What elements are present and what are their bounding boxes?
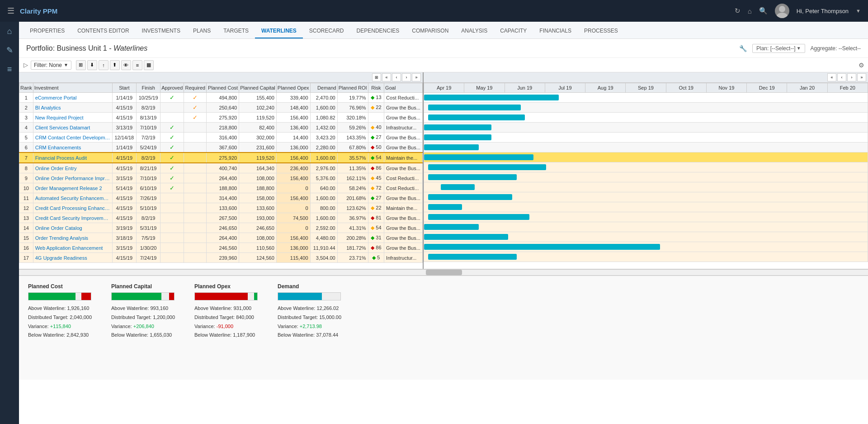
cell-name[interactable]: BI Analytics	[33, 103, 112, 113]
tab-dependencies[interactable]: DEPENDENCIES	[350, 24, 406, 38]
table-row[interactable]: 4 Client Services Datamart 3/13/19 7/10/…	[19, 123, 423, 133]
table-row[interactable]: 7 Financial Process Audit 4/15/19 8/2/19…	[19, 152, 423, 163]
gantt-bar-cell	[424, 113, 868, 123]
table-row[interactable]: 8 Online Order Entry 4/15/19 8/21/19 ✓ 4…	[19, 163, 423, 173]
table-row[interactable]: 17 4G Upgrade Readiness 4/15/19 7/24/19 …	[19, 253, 423, 263]
sidebar-icon-pencil[interactable]: ✎	[0, 41, 19, 60]
cell-name[interactable]: Online Order Catalog	[33, 223, 112, 233]
cell-name[interactable]: CRM Enhancements	[33, 143, 112, 153]
tab-financials[interactable]: FINANCIALS	[533, 24, 578, 38]
cell-goal: Infrastructur...	[384, 253, 423, 263]
cell-start: 4/15/19	[112, 213, 136, 223]
sidebar-icon-list[interactable]: ≡	[0, 60, 19, 79]
cell-name[interactable]: eCommerce Portal	[33, 93, 112, 103]
tab-processes[interactable]: PROCESSES	[578, 24, 624, 38]
cell-planned-capital: 188,800	[239, 183, 277, 193]
tab-properties[interactable]: PROPERTIES	[24, 24, 71, 38]
expand-icon[interactable]: ▷	[24, 62, 28, 68]
cell-name[interactable]: Online Order Performance Improve...	[33, 173, 112, 183]
cell-rank: 9	[19, 173, 33, 183]
table-row[interactable]: 5 CRM Contact Center Development 12/14/1…	[19, 133, 423, 143]
gantt-nav-next-next[interactable]: »	[857, 73, 866, 81]
cell-name[interactable]: Financial Process Audit	[33, 152, 112, 163]
table-row[interactable]: 1 eCommerce Portal 1/14/19 10/25/19 ✓ ✓ …	[19, 93, 423, 103]
search-icon[interactable]: 🔍	[759, 7, 768, 15]
toolbar-btn-3[interactable]: ↑	[99, 60, 108, 70]
toolbar-btn-4[interactable]: ⬆	[110, 60, 120, 70]
plan-select[interactable]: Plan: [--Select--] ▼	[752, 44, 805, 53]
refresh-icon[interactable]: ↻	[735, 7, 741, 15]
gantt-nav-prev-prev[interactable]: «	[827, 73, 836, 81]
table-row[interactable]: 12 Credit Card Processing Enhancement 4/…	[19, 203, 423, 213]
cell-name[interactable]: Automated Security Enhancements	[33, 193, 112, 203]
gantt-month-header: Apr 19	[424, 83, 464, 93]
cell-goal: Cost Reducti...	[384, 183, 423, 193]
cell-name[interactable]: Order Management Release 2	[33, 183, 112, 193]
cell-name[interactable]: Client Services Datamart	[33, 123, 112, 133]
cell-risk: ◆ 72	[368, 183, 384, 193]
table-row[interactable]: 6 CRM Enhancements 1/14/19 5/24/19 ✓ 367…	[19, 143, 423, 153]
gantt-row	[424, 212, 868, 222]
tab-contents-editor[interactable]: CONTENTS EDITOR	[71, 24, 135, 38]
cell-name[interactable]: Credit Card Processing Enhancement	[33, 203, 112, 213]
cell-name[interactable]: CRM Contact Center Development	[33, 133, 112, 143]
table-row[interactable]: 3 New Required Project 4/15/19 8/13/19 ✓…	[19, 113, 423, 123]
tab-investments[interactable]: INVESTMENTS	[136, 24, 187, 38]
cell-approved	[160, 203, 184, 213]
summary-planned-capital-title: Planned Capital	[111, 283, 184, 290]
toolbar-btn-6[interactable]: ≡	[132, 60, 142, 70]
cell-planned-opex: 0	[276, 223, 310, 233]
toolbar-btn-2[interactable]: ⬇	[87, 60, 97, 70]
table-row[interactable]: 14 Online Order Catalog 3/19/19 5/31/19 …	[19, 223, 423, 233]
settings-icon[interactable]: 🔧	[739, 45, 747, 52]
table-row[interactable]: 9 Online Order Performance Improve... 3/…	[19, 173, 423, 183]
tab-scorecard[interactable]: SCORECARD	[303, 24, 350, 38]
tab-comparison[interactable]: COMPARISON	[406, 24, 455, 38]
home-icon[interactable]: ⌂	[748, 7, 752, 15]
sidebar-icon-home[interactable]: ⌂	[0, 22, 19, 41]
user-dropdown-icon[interactable]: ▼	[856, 8, 861, 14]
table-nav-btn-next[interactable]: ›	[402, 73, 411, 81]
table-nav-btn-grid[interactable]: ⊞	[372, 73, 381, 81]
table-row[interactable]: 2 BI Analytics 4/15/19 8/2/19 ✓ 250,640 …	[19, 103, 423, 113]
table-row[interactable]: 11 Automated Security Enhancements 4/15/…	[19, 193, 423, 203]
planned-capital-bar	[111, 292, 175, 300]
topbar-left: ☰ Clarity PPM	[7, 6, 57, 16]
toolbar-btn-1[interactable]: ⊞	[76, 60, 86, 70]
cell-name[interactable]: New Required Project	[33, 113, 112, 123]
tab-targets[interactable]: TARGETS	[217, 24, 255, 38]
hamburger-icon[interactable]: ☰	[7, 6, 14, 16]
cell-required	[184, 163, 207, 173]
tab-analysis[interactable]: ANALYSIS	[455, 24, 494, 38]
cell-name[interactable]: Web Application Enhancement	[33, 243, 112, 253]
scrollbar-area[interactable]	[19, 269, 868, 276]
filter-btn[interactable]: Filter: None ▼	[31, 61, 71, 70]
toolbar-btn-5[interactable]: 👁	[121, 60, 131, 70]
tab-capacity[interactable]: CAPACITY	[494, 24, 533, 38]
table-nav-btn-next-next[interactable]: »	[412, 73, 421, 81]
table-row[interactable]: 16 Web Application Enhancement 3/15/19 1…	[19, 243, 423, 253]
cell-name[interactable]: Online Order Entry	[33, 163, 112, 173]
gantt-nav-next[interactable]: ›	[847, 73, 856, 81]
cell-start: 3/18/19	[112, 233, 136, 243]
toolbar-btn-7[interactable]: ▦	[144, 60, 154, 70]
cell-planned-opex: 14,400	[276, 133, 310, 143]
aggregate-select[interactable]: Aggregate: --Select--	[811, 45, 861, 52]
table-nav-btn-prev[interactable]: ‹	[392, 73, 401, 81]
table-nav-btn-prev-prev[interactable]: «	[382, 73, 391, 81]
cell-risk: ◆ 31	[368, 233, 384, 243]
cell-name[interactable]: 4G Upgrade Readiness	[33, 253, 112, 263]
summary-planned-cost-title: Planned Cost	[28, 283, 100, 290]
cell-required	[184, 213, 207, 223]
settings-top-right[interactable]: ⚙	[859, 62, 864, 69]
table-row[interactable]: 13 Credit Card Security Improvements 4/1…	[19, 213, 423, 223]
table-row[interactable]: 10 Order Management Release 2 5/14/19 6/…	[19, 183, 423, 193]
cell-required	[184, 223, 207, 233]
table-row[interactable]: 15 Order Trending Analysis 3/18/19 7/5/1…	[19, 233, 423, 243]
gantt-nav-prev[interactable]: ‹	[837, 73, 846, 81]
cell-planned-capital: 102,240	[239, 103, 277, 113]
cell-name[interactable]: Credit Card Security Improvements	[33, 213, 112, 223]
tab-waterlines[interactable]: WATERLINES	[255, 24, 303, 38]
cell-name[interactable]: Order Trending Analysis	[33, 233, 112, 243]
tab-plans[interactable]: PLANS	[187, 24, 217, 38]
